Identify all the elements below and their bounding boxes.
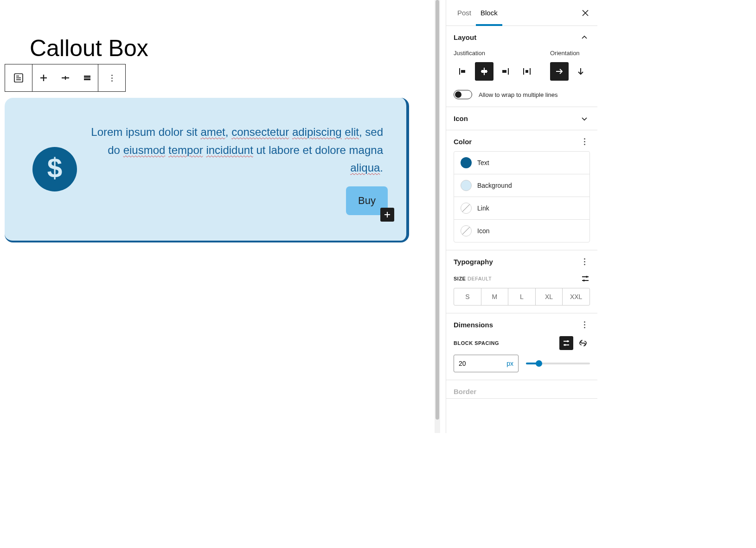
panel-color: Color TextBackgroundLinkIcon [446,130,597,250]
panel-color-title: Color [454,138,472,146]
close-icon [582,9,589,17]
svg-rect-10 [84,79,90,80]
spacing-mode-button[interactable] [559,336,573,350]
svg-rect-9 [84,77,90,78]
size-s[interactable]: S [454,288,481,305]
block-spacing-slider[interactable] [526,363,590,364]
color-label: Icon [477,227,489,235]
orientation-vertical-button[interactable] [571,62,590,81]
svg-point-35 [564,344,566,346]
panel-icon-title: Icon [454,115,468,122]
size-boxes: SMLXLXXL [454,288,590,306]
svg-point-31 [583,280,585,281]
color-item-link[interactable]: Link [454,197,589,220]
buy-button[interactable]: Buy [346,186,388,215]
justify-center-button[interactable] [475,62,493,81]
color-item-background[interactable]: Background [454,174,589,197]
add-block-button[interactable] [380,208,394,222]
color-item-text[interactable]: Text [454,152,589,174]
wrap-toggle[interactable] [454,90,472,99]
editor-canvas[interactable]: Callout Box $ Lor [0,0,440,433]
callout-icon-circle: $ [32,147,77,191]
color-label: Text [477,159,489,166]
panel-border-header[interactable]: Border [454,388,590,395]
color-label: Link [477,204,489,212]
align-center-button[interactable] [54,64,76,91]
color-swatch [461,203,472,214]
panel-dimensions: Dimensions BLOCK SPACING px [446,313,597,380]
size-label: SIZE DEFAULT [454,276,492,281]
align-justify-button[interactable] [76,64,98,91]
panel-border-title: Border [454,388,476,395]
page-title[interactable]: Callout Box [30,35,148,62]
justification-label: Justification [454,50,536,57]
justify-left-button[interactable] [454,62,472,81]
block-spacing-value[interactable] [459,360,487,367]
block-type-button[interactable] [5,64,32,91]
block-spacing-unit[interactable]: px [506,360,513,367]
justify-icon [83,73,92,83]
size-m[interactable]: M [481,288,509,305]
scrollbar[interactable] [435,0,440,433]
panel-typography: Typography SIZE DEFAULT SMLXLXXL [446,250,597,313]
chevron-down-icon [581,115,590,122]
dollar-sign-icon: $ [43,155,66,184]
justify-space-icon [522,66,532,76]
sidebar-tabs: Post Block [446,0,597,26]
block-toolbar [5,64,126,92]
svg-rect-20 [481,70,487,73]
size-custom-button[interactable] [581,274,590,283]
color-swatch [461,157,472,168]
layout-icon [13,72,24,83]
typography-options-button[interactable] [579,258,590,265]
panel-layout-header[interactable]: Layout [454,33,590,41]
color-swatch [461,180,472,191]
arrow-right-icon [554,66,564,76]
svg-rect-17 [461,70,465,73]
justify-right-icon [500,66,511,76]
svg-point-29 [586,276,588,278]
align-left-button[interactable] [32,64,54,91]
svg-rect-24 [525,70,528,73]
color-options-button[interactable] [579,138,590,145]
panel-icon-header[interactable]: Icon [454,115,590,122]
orientation-label: Orientation [550,50,590,57]
justify-left-icon [458,66,468,76]
callout-content: Lorem ipsum dolor sit amet, consectetur … [77,123,406,215]
more-options-button[interactable] [98,64,125,91]
spacing-link-button[interactable] [576,336,590,350]
color-list: TextBackgroundLinkIcon [454,151,590,242]
panel-layout-title: Layout [454,33,476,41]
color-label: Background [477,182,512,189]
slider-thumb[interactable] [536,360,542,367]
chevron-up-icon [581,34,590,41]
wrap-label: Allow to wrap to multiple lines [479,91,558,98]
arrow-down-icon [576,66,586,76]
callout-text[interactable]: Lorem ipsum dolor sit amet, consectetur … [82,123,388,177]
close-sidebar-button[interactable] [580,7,591,19]
justify-space-button[interactable] [518,62,536,81]
plus-vcenter-icon [61,73,70,83]
justify-center-icon [479,66,489,76]
color-item-icon[interactable]: Icon [454,220,589,242]
justify-right-button[interactable] [496,62,515,81]
callout-box[interactable]: $ Lorem ipsum dolor sit amet, consectetu… [5,98,409,242]
scrollbar-thumb[interactable] [436,0,439,420]
panel-icon: Icon [446,107,597,130]
panel-dimensions-title: Dimensions [454,321,493,329]
sliders-icon [562,339,570,347]
svg-rect-8 [84,76,90,77]
tab-post[interactable]: Post [453,0,476,26]
tab-block[interactable]: Block [476,0,502,26]
plus-hcenter-icon [39,73,48,83]
orientation-horizontal-button[interactable] [550,62,569,81]
more-icon [106,75,117,82]
size-xxl[interactable]: XXL [563,288,589,305]
block-spacing-input[interactable]: px [454,355,519,372]
dimensions-options-button[interactable] [579,321,590,328]
panel-layout: Layout Justification [446,26,597,107]
size-l[interactable]: L [508,288,536,305]
size-xl[interactable]: XL [536,288,563,305]
block-spacing-label: BLOCK SPACING [454,340,499,346]
settings-sidebar: Post Block Layout Justification [446,0,597,433]
